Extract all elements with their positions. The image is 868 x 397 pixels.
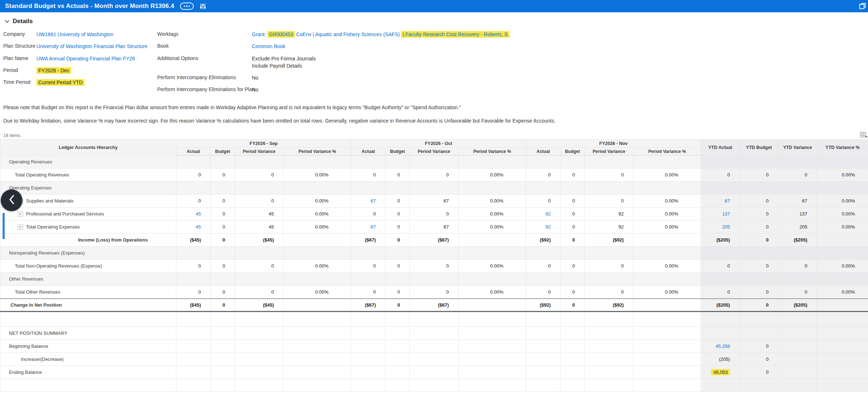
value-cell xyxy=(817,366,868,379)
drill-link[interactable]: 45 xyxy=(196,211,201,217)
value-cell: 0 xyxy=(526,260,560,273)
value-cell xyxy=(410,182,459,195)
titlebar-edge-icon[interactable] xyxy=(859,3,866,9)
value-cell xyxy=(526,340,560,353)
column-header-hierarchy[interactable]: Ledger Accounts Hierarchy xyxy=(0,140,176,155)
worktag-link[interactable]: . xyxy=(509,31,511,37)
details-right-column: WorktagsGrant: GR000453 CoEnv | Aquatic … xyxy=(157,31,663,98)
drill-link[interactable]: 137 xyxy=(722,211,730,217)
worktag-link[interactable]: | Faculty Research Cost Recovery - Rober… xyxy=(401,31,509,38)
column-header[interactable]: Actual xyxy=(526,148,560,155)
drill-link[interactable]: 67 xyxy=(371,198,376,204)
column-group-header[interactable]: FY2026 - Nov xyxy=(526,140,701,148)
value-cell: 0.00% xyxy=(284,208,351,221)
items-count: 18 items xyxy=(3,133,20,138)
value-cell: 0.00% xyxy=(459,286,526,299)
value-cell: 0 xyxy=(211,299,235,312)
value-cell xyxy=(817,247,868,260)
drill-link[interactable]: 92 xyxy=(546,224,551,230)
value-cell xyxy=(560,312,585,327)
value-cell: 0.00% xyxy=(817,286,868,299)
export-grid-icon[interactable] xyxy=(860,132,867,138)
drill-link[interactable]: 92 xyxy=(546,211,551,217)
value-cell xyxy=(740,327,778,340)
value-cell xyxy=(817,182,868,195)
row-label: Change In Net Position xyxy=(0,299,176,312)
row-label: NET POSITION SUMMARY xyxy=(0,327,176,340)
drill-link[interactable]: 205 xyxy=(722,224,730,230)
drill-link[interactable]: 67 xyxy=(371,224,376,230)
column-header-ytd[interactable]: YTD Variance % xyxy=(817,140,868,155)
column-header[interactable]: Budget xyxy=(386,148,410,155)
column-header[interactable]: Period Variance xyxy=(410,148,459,155)
field-value: Current Period YTD xyxy=(36,79,85,86)
column-header-ytd[interactable]: YTD Variance xyxy=(778,140,817,155)
detail-field: WorktagsGrant: GR000453 CoEnv | Aquatic … xyxy=(157,31,663,38)
drill-cell: 45 xyxy=(176,221,211,234)
collapse-chevron-icon[interactable] xyxy=(5,20,9,23)
value-cell xyxy=(740,182,778,195)
value-cell xyxy=(778,273,817,286)
field-link[interactable]: Common Book xyxy=(252,43,285,49)
column-header[interactable]: Period Variance % xyxy=(459,148,526,155)
drill-link[interactable]: 45,258 xyxy=(716,343,730,349)
row-label-text: Beginning Balance xyxy=(9,344,48,349)
value-cell: 205 xyxy=(778,221,817,234)
value-cell xyxy=(459,247,526,260)
drill-cell: 205 xyxy=(701,221,740,234)
expand-icon[interactable] xyxy=(18,225,23,230)
drill-link[interactable]: 67 xyxy=(725,198,730,204)
column-header[interactable]: Period Variance % xyxy=(633,148,701,155)
column-header[interactable]: Period Variance xyxy=(585,148,633,155)
value-cell xyxy=(740,312,778,327)
more-actions-icon[interactable] xyxy=(180,3,194,10)
value-cell xyxy=(386,327,410,340)
column-header-ytd[interactable]: YTD Actual xyxy=(701,140,740,155)
column-header[interactable]: Budget xyxy=(560,148,585,155)
row-label-text: Professional and Purchased Services xyxy=(26,212,104,217)
expand-icon[interactable] xyxy=(18,212,23,217)
value-cell: 0 xyxy=(701,286,740,299)
value-cell: 0.00% xyxy=(633,286,701,299)
value-cell xyxy=(235,353,284,366)
worktag-link[interactable]: GR000453 xyxy=(267,31,295,38)
value-cell: 0.00% xyxy=(633,260,701,273)
field-label: Worktags xyxy=(157,31,252,37)
value-cell xyxy=(410,353,459,366)
value-cell xyxy=(585,273,633,286)
value-cell: 0.00% xyxy=(284,221,351,234)
value-cell: 0 xyxy=(560,299,585,312)
column-group-header[interactable]: FY2026 - Sep xyxy=(176,140,351,148)
value-cell xyxy=(284,234,351,247)
value-cell: 0.00% xyxy=(633,168,701,182)
table-row: Change In Net Position($45)0($45)($67)0(… xyxy=(0,299,868,312)
column-header[interactable]: Period Variance % xyxy=(284,148,351,155)
field-link[interactable]: University of Washington Financial Plan … xyxy=(36,43,147,49)
row-label: Increase/(Decrease) xyxy=(0,353,176,366)
value-cell xyxy=(176,273,211,286)
column-group-header[interactable]: FY2026 - Oct xyxy=(351,140,526,148)
field-link[interactable]: UW1861 University of Washington xyxy=(36,31,113,37)
collapse-panel-button[interactable] xyxy=(1,189,22,211)
worktag-link[interactable]: CoEnv | Aquatic and Fishery Sciences (SA… xyxy=(295,31,401,37)
row-label: Ending Balance xyxy=(0,366,176,379)
value-cell: ($45) xyxy=(176,299,211,312)
worktag-link[interactable]: Grant: xyxy=(252,31,267,37)
field-link[interactable]: UWA Annual Operating Financial Plan FY26 xyxy=(36,56,135,61)
column-header-ytd[interactable]: YTD Budget xyxy=(740,140,778,155)
value-cell xyxy=(526,182,560,195)
value-cell: 0 xyxy=(351,260,386,273)
row-label-text: Operating Revenues xyxy=(9,159,52,165)
value-cell xyxy=(633,182,701,195)
column-header[interactable]: Actual xyxy=(351,148,386,155)
column-header[interactable]: Actual xyxy=(176,148,211,155)
value-cell: 0 xyxy=(701,168,740,182)
drill-link[interactable]: 45 xyxy=(196,224,201,230)
value-cell xyxy=(817,234,868,247)
value-cell: 0 xyxy=(701,260,740,273)
value-cell: 67 xyxy=(410,195,459,208)
settings-sliders-icon[interactable] xyxy=(199,3,206,10)
value-cell: ($92) xyxy=(585,234,633,247)
column-header[interactable]: Period Variance xyxy=(235,148,284,155)
column-header[interactable]: Budget xyxy=(211,148,235,155)
